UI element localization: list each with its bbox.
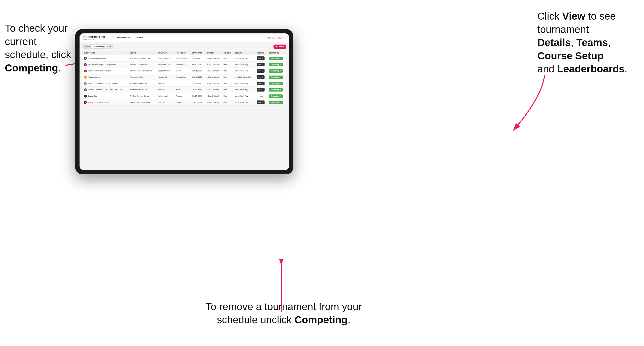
nav-teams[interactable]: TEAMS <box>136 35 144 40</box>
cell-scoring: team, Stroke Play <box>233 61 255 68</box>
view-button[interactable]: View ⓘ <box>257 63 265 66</box>
tablet-frame: SCOREBOARD Powered by clippi TOURNAMENTS… <box>75 29 294 174</box>
edit-button[interactable]: ✏ Edit <box>257 94 264 98</box>
tournaments-table: EVENT NAME VENUE CITY, STATE HOSTED BY S… <box>82 51 286 170</box>
cell-city-state: Olympia Fields, IL <box>156 68 174 74</box>
cell-scoring: team, Match Play <box>233 93 255 99</box>
annotation-left-text: To check your current schedule, click <box>5 22 71 60</box>
cell-scoring: team, Match Play <box>233 87 255 93</box>
view-button[interactable]: View ⓘ <box>257 88 265 92</box>
event-name-text: John A. Burns Intercollegiate <box>88 101 109 103</box>
competing-button[interactable]: Competing <box>269 76 283 79</box>
cell-start-date: Sep 18, 2023 <box>190 74 205 80</box>
brand: SCOREBOARD Powered by clippi <box>84 36 105 40</box>
cell-venue: Trinity Forest Golf Club <box>128 87 156 93</box>
cell-actions[interactable]: View ⓘ <box>255 87 268 93</box>
cell-gender: Men <box>222 93 234 99</box>
brand-title: SCOREBOARD <box>84 36 105 38</box>
view-button[interactable]: View ⓘ <box>257 69 265 73</box>
signout-link[interactable]: Sign out <box>278 37 285 39</box>
cell-start-date: Sep 15, 2023 <box>190 68 205 74</box>
tab-all[interactable]: All <box>107 45 113 48</box>
cell-city-state: Dallas, TX <box>156 87 174 93</box>
cell-actions[interactable]: View ⓘ <box>255 55 268 61</box>
view-button[interactable]: View ⓘ <box>257 56 265 60</box>
cell-scoring: team, Stroke Play <box>233 80 255 87</box>
table-row: IOFCC Fighting Illini InvitationalOlympi… <box>82 68 286 74</box>
cell-actions[interactable]: ✏ Edit <box>255 93 268 99</box>
tab-competing[interactable]: Competing <box>92 45 106 48</box>
cell-event-name: PPapago Individual <box>82 74 128 80</box>
col-event-name: EVENT NAME <box>82 51 128 55</box>
cell-scoring: team, Stroke Play <box>233 99 255 106</box>
create-button[interactable]: + Create <box>274 44 286 49</box>
competing-button[interactable]: Competing <box>269 88 283 92</box>
col-competing: COMPETING <box>268 51 286 55</box>
cell-event-name: W2023 Sahalee Players Championship <box>82 61 128 68</box>
cell-actions[interactable]: View ⓘ <box>255 74 268 80</box>
cell-actions[interactable]: View ⓘ <box>255 68 268 74</box>
cell-competing[interactable]: Competing <box>268 55 286 61</box>
cell-competing[interactable]: Competing <box>268 61 286 68</box>
filter-tabs: Home Competing All <box>82 44 114 49</box>
cell-start-date: Feb 15, 2024 <box>190 99 205 106</box>
view-button[interactable]: View ⓘ <box>257 101 265 104</box>
table-header-row: EVENT NAME VENUE CITY, STATE HOSTED BY S… <box>82 51 286 55</box>
col-city-state: CITY, STATE <box>156 51 174 55</box>
cell-city-state: Dallas, TX <box>156 80 174 87</box>
col-gender: GENDER <box>222 51 234 55</box>
table-row: W2023 Sahalee Players ChampionshipSahale… <box>82 61 286 68</box>
arrow-right-to-view <box>498 73 547 133</box>
view-button[interactable]: View ⓘ <box>257 75 265 79</box>
cell-gender: Men <box>222 55 234 61</box>
competing-button[interactable]: Competing <box>269 63 283 66</box>
nav-tournaments[interactable]: TOURNAMENTS <box>112 35 130 40</box>
annotation-right-click: Click <box>537 10 562 22</box>
cell-actions[interactable]: View ⓘ <box>255 99 268 106</box>
annotation-right-details: Details <box>537 37 571 48</box>
cell-gender: Men <box>222 87 234 93</box>
team-logo: I <box>84 69 87 72</box>
event-name-text: Papago Individual <box>88 76 101 78</box>
cell-venue: Sahalee Country Club <box>128 61 156 68</box>
annotation-left: To check your current schedule, click Co… <box>5 22 82 75</box>
view-button[interactable]: View ⓘ <box>257 82 265 85</box>
cell-competing[interactable]: Competing <box>268 99 286 106</box>
cell-actions[interactable]: View ⓘ <box>255 61 268 68</box>
cell-event-name: JSJackson T. Stephens Cup – Men's Match … <box>82 87 128 93</box>
cell-gender: Men <box>222 74 234 80</box>
competing-button[interactable]: Competing <box>269 94 283 98</box>
competing-button[interactable]: Competing <box>269 69 283 73</box>
annotation-right-leaderboards: Leaderboards <box>557 63 624 75</box>
cell-competing[interactable]: Competing <box>268 80 286 87</box>
cell-city-state: Phoenix, AZ <box>156 74 174 80</box>
tablet-screen: SCOREBOARD Powered by clippi TOURNAMENTS… <box>80 33 289 170</box>
team-logo: P <box>84 76 87 79</box>
cell-competing[interactable]: Competing <box>268 87 286 93</box>
event-name-text: Jackson T. Stephens Cup – Men's Match Pl… <box>88 89 122 91</box>
tab-home[interactable]: Home <box>83 45 92 48</box>
team-logo: M <box>84 57 87 60</box>
cell-actions[interactable]: View ⓘ <box>255 80 268 87</box>
annotation-right: Click View to see tournament Details, Te… <box>537 10 639 76</box>
competing-button[interactable]: Competing <box>269 57 283 60</box>
col-scoring: SCORING <box>233 51 255 55</box>
cell-hosted-by: Arizona State <box>174 74 190 80</box>
cell-hosted-by: Hawaii <box>174 99 190 106</box>
col-start-date: START DATE <box>190 51 205 55</box>
brand-subtitle: Powered by clippi <box>84 38 105 40</box>
cell-city-state: Lihue, HI <box>156 99 174 106</box>
competing-button[interactable]: Competing <box>269 101 283 104</box>
cell-competing[interactable]: Competing <box>268 93 286 99</box>
cell-start-date: Sep 4, 2023 <box>190 55 205 61</box>
col-actions: ACTIONS <box>255 51 268 55</box>
team-logo: H <box>84 101 87 104</box>
event-name-text: Folds of Honor Collegiate <box>88 57 107 59</box>
cell-competing[interactable]: Competing <box>268 68 286 74</box>
cell-division: NCAA Division I <box>205 87 222 93</box>
cell-competing[interactable]: Competing <box>268 74 286 80</box>
table-row: JSJackson T. Stephens Cup – Stroke PlayT… <box>82 80 286 87</box>
table-row: HJohn A. Burns IntercollegiateOcean Cour… <box>82 99 286 106</box>
competing-button[interactable]: Competing <box>269 82 283 85</box>
cell-event-name: ACopper Cup <box>82 93 128 99</box>
